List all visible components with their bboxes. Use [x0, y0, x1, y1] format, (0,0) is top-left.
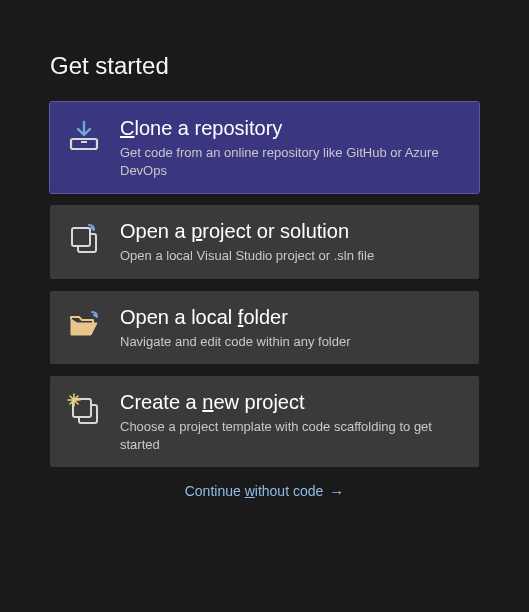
option-desc: Get code from an online repository like … — [120, 144, 461, 179]
option-title: Create a new project — [120, 390, 461, 414]
clone-repository-option[interactable]: Clone a repository Get code from an onli… — [50, 102, 479, 193]
option-title: Open a project or solution — [120, 219, 461, 243]
arrow-right-icon: → — [329, 484, 344, 499]
option-text: Open a project or solution Open a local … — [120, 219, 461, 265]
option-text: Clone a repository Get code from an onli… — [120, 116, 461, 179]
svg-rect-0 — [71, 139, 97, 149]
option-desc: Choose a project template with code scaf… — [120, 418, 461, 453]
option-desc: Open a local Visual Studio project or .s… — [120, 247, 461, 265]
option-title: Open a local folder — [120, 305, 461, 329]
option-list: Clone a repository Get code from an onli… — [50, 102, 479, 467]
download-repo-icon — [66, 118, 102, 154]
option-desc: Navigate and edit code within any folder — [120, 333, 461, 351]
open-project-option[interactable]: Open a project or solution Open a local … — [50, 205, 479, 279]
open-folder-icon — [66, 307, 102, 343]
continue-without-code-link[interactable]: Continue without code → — [50, 483, 479, 499]
svg-rect-1 — [81, 141, 87, 143]
option-text: Create a new project Choose a project te… — [120, 390, 461, 453]
open-project-icon — [66, 221, 102, 257]
create-project-option[interactable]: Create a new project Choose a project te… — [50, 376, 479, 467]
option-title: Clone a repository — [120, 116, 461, 140]
open-folder-option[interactable]: Open a local folder Navigate and edit co… — [50, 291, 479, 365]
continue-label: Continue without code — [185, 483, 324, 499]
get-started-heading: Get started — [50, 52, 479, 80]
svg-rect-3 — [72, 228, 90, 246]
option-text: Open a local folder Navigate and edit co… — [120, 305, 461, 351]
get-started-panel: Get started Clone a repository Get code … — [0, 0, 529, 499]
new-project-icon — [66, 392, 102, 428]
